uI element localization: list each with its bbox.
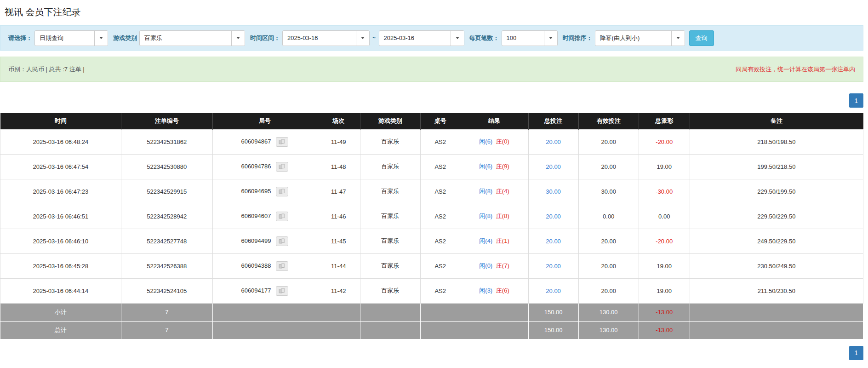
footer-payout-value: -13.00: [639, 321, 690, 339]
pagination-top: 1: [0, 93, 863, 108]
game-type-cell: 百家乐: [360, 278, 420, 303]
footer-empty-cell: [421, 321, 460, 339]
cards-icon[interactable]: [276, 187, 288, 196]
total-bet-link[interactable]: 20.00: [546, 238, 561, 245]
game-type-select[interactable]: 百家乐: [139, 30, 245, 46]
time-cell: 2025-03-16 06:48:24: [0, 129, 121, 154]
game-type-cell: 百家乐: [360, 179, 420, 204]
table-no-cell: AS2: [421, 229, 460, 253]
session-cell: 11-49: [317, 129, 360, 154]
total-label: 总计: [0, 321, 121, 339]
round-id: 606094607: [241, 212, 271, 219]
cards-icon[interactable]: [276, 137, 288, 147]
filter-bar: 请选择： 日期查询 游戏类别 百家乐 时间区间： 2025-03-16 ~ 20…: [0, 25, 863, 51]
cards-icon[interactable]: [276, 236, 288, 246]
session-cell: 11-47: [317, 179, 360, 204]
valid-bet-cell: 30.00: [578, 179, 639, 204]
cards-icon[interactable]: [276, 286, 288, 296]
time-cell: 2025-03-16 06:46:10: [0, 229, 121, 253]
cards-icon[interactable]: [276, 261, 288, 271]
footer-empty-cell: [460, 303, 528, 321]
result-banker: 庄(7): [496, 262, 509, 269]
date-to-value: 2025-03-16: [379, 31, 451, 46]
payout-value: -30.00: [656, 188, 673, 195]
payout-value: 19.00: [657, 288, 672, 294]
game-type-dropdown-button[interactable]: [231, 31, 245, 46]
table-no-cell: AS2: [421, 129, 460, 154]
page-1-button[interactable]: 1: [849, 93, 863, 108]
payout-value: -20.00: [656, 138, 673, 145]
remark-cell: 230.50/249.50: [690, 253, 863, 278]
table-row: 2025-03-16 06:48:24 522342531862 6060948…: [0, 129, 863, 154]
total-bet-link[interactable]: 20.00: [546, 213, 561, 220]
table-no-cell: AS2: [421, 179, 460, 204]
footer-empty-cell: [460, 321, 528, 339]
date-from-value: 2025-03-16: [283, 31, 356, 46]
time-cell: 2025-03-16 06:47:23: [0, 179, 121, 204]
table-row: 2025-03-16 06:46:51 522342528942 6060946…: [0, 204, 863, 229]
remark-cell: 249.50/229.50: [690, 229, 863, 253]
date-from-dropdown-button[interactable]: [356, 31, 369, 46]
total-count: 7: [121, 321, 212, 339]
footer-empty-cell: [360, 321, 420, 339]
total-bet-link[interactable]: 20.00: [546, 263, 561, 270]
game-type-cell: 百家乐: [360, 154, 420, 179]
chevron-down-icon: [676, 37, 680, 39]
round-cell: 606094695: [212, 179, 317, 204]
page-1-button[interactable]: 1: [849, 346, 863, 360]
result-player: 闲(0): [479, 262, 492, 269]
page-size-select[interactable]: 100: [502, 30, 558, 46]
payout-value: 0.00: [658, 213, 670, 220]
range-separator: ~: [372, 34, 376, 41]
remark-cell: 199.50/218.50: [690, 154, 863, 179]
total-bet-cell: 30.00: [528, 179, 578, 204]
date-from-select[interactable]: 2025-03-16: [282, 30, 370, 46]
footer-empty-cell: [690, 303, 863, 321]
cards-icon[interactable]: [276, 212, 288, 221]
total-bet-link[interactable]: 20.00: [546, 138, 561, 145]
page-title: 视讯 会员下注纪录: [5, 7, 81, 17]
footer-empty-cell: [317, 303, 360, 321]
table-no-cell: AS2: [421, 278, 460, 303]
bet-id-cell: 522342526388: [121, 253, 212, 278]
remark-cell: 229.50/199.50: [690, 179, 863, 204]
result-player: 闲(8): [479, 213, 492, 219]
payout-cell: 0.00: [639, 204, 690, 229]
footer-empty-cell: [212, 303, 317, 321]
result-cell: 闲(4) 庄(1): [460, 229, 528, 253]
sort-order-dropdown-button[interactable]: [671, 31, 685, 46]
cards-icon[interactable]: [276, 162, 288, 172]
table-row: 2025-03-16 06:47:54 522342530880 6060947…: [0, 154, 863, 179]
total-bet-link[interactable]: 30.00: [546, 188, 561, 195]
remark-cell: 211.50/230.50: [690, 278, 863, 303]
date-to-select[interactable]: 2025-03-16: [379, 30, 464, 46]
total-bet-cell: 20.00: [528, 204, 578, 229]
date-query-select[interactable]: 日期查询: [34, 30, 108, 46]
col-header-total-bet: 总投注: [528, 113, 578, 129]
result-banker: 庄(8): [496, 213, 509, 219]
game-type-cell: 百家乐: [360, 129, 420, 154]
sort-order-select[interactable]: 降幂(由大到小): [595, 30, 685, 46]
col-header-session: 场次: [317, 113, 360, 129]
footer-payout-value: -13.00: [639, 303, 690, 321]
subtotal-valid-bet: 130.00: [578, 303, 639, 321]
table-no-cell: AS2: [421, 204, 460, 229]
date-query-dropdown-button[interactable]: [94, 31, 108, 46]
total-bet-link[interactable]: 20.00: [546, 163, 561, 170]
title-bar: 视讯 会员下注纪录: [0, 0, 863, 25]
result-cell: 闲(6) 庄(0): [460, 129, 528, 154]
col-header-round: 局号: [212, 113, 317, 129]
round-cell: 606094607: [212, 204, 317, 229]
col-header-game-type: 游戏类别: [360, 113, 420, 129]
result-player: 闲(4): [479, 237, 492, 244]
table-row: 2025-03-16 06:47:23 522342529915 6060946…: [0, 179, 863, 204]
col-header-result: 结果: [460, 113, 528, 129]
total-bet-link[interactable]: 20.00: [546, 288, 561, 294]
table-no-cell: AS2: [421, 154, 460, 179]
query-button[interactable]: 查询: [689, 30, 714, 46]
date-to-dropdown-button[interactable]: [451, 31, 464, 46]
round-cell: 606094867: [212, 129, 317, 154]
round-id: 606094388: [241, 262, 271, 269]
page-size-dropdown-button[interactable]: [544, 31, 557, 46]
subtotal-label: 小计: [0, 303, 121, 321]
